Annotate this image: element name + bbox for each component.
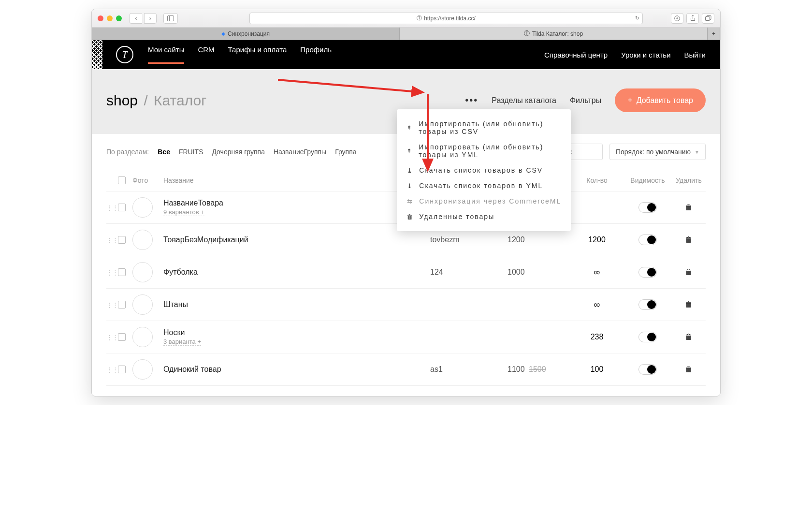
product-thumb[interactable]: [132, 327, 153, 347]
nav-my-sites[interactable]: Мои сайты: [148, 45, 184, 64]
dd-import-csv[interactable]: ⇞Импортировать (или обновить) товары из …: [397, 116, 571, 139]
visibility-toggle[interactable]: [638, 364, 657, 375]
back-button[interactable]: ‹: [130, 13, 142, 24]
more-dropdown: ⇞Импортировать (или обновить) товары из …: [397, 109, 571, 231]
filter-child[interactable]: Дочерняя группа: [212, 148, 264, 156]
select-all-checkbox[interactable]: [118, 176, 126, 184]
traffic-lights: [98, 15, 122, 21]
browser-tab-1[interactable]: Ⓣ Tilda Каталог: shop: [400, 28, 708, 40]
close-window-icon[interactable]: [98, 15, 103, 21]
tabs-button[interactable]: [702, 13, 714, 24]
dd-export-yml[interactable]: ⤓Скачать список товаров в YML: [397, 178, 571, 193]
breadcrumb-area: shop / Каталог ••• ⇞Импортировать (или о…: [92, 69, 720, 134]
dd-deleted[interactable]: 🗑Удаленные товары: [397, 209, 571, 224]
filters-link[interactable]: Фильтры: [570, 96, 601, 105]
filter-group[interactable]: Группа: [335, 148, 356, 156]
reload-icon[interactable]: ↻: [635, 15, 639, 21]
row-checkbox[interactable]: [118, 204, 126, 211]
product-title[interactable]: Одинокий товар: [163, 365, 430, 374]
sort-label: Порядок: по умолчанию: [616, 148, 691, 156]
forward-button[interactable]: ›: [144, 13, 157, 24]
qty: ∞: [570, 300, 624, 310]
product-title[interactable]: ТоварБезМодификаций: [163, 235, 430, 244]
product-thumb[interactable]: [132, 294, 153, 315]
browser-toolbar: ‹ › Ⓣ https://store.tilda.cc/ ↻: [92, 9, 720, 28]
nav-profile[interactable]: Профиль: [300, 45, 332, 64]
visibility-toggle[interactable]: [638, 332, 657, 342]
sort-select[interactable]: Порядок: по умолчанию ▼: [609, 144, 706, 160]
drag-handle[interactable]: ⋮⋮: [106, 204, 118, 211]
dd-import-yml[interactable]: ⇞Импортировать (или обновить) товары из …: [397, 139, 571, 162]
filter-groupname[interactable]: НазваниеГруппы: [274, 148, 326, 156]
product-title[interactable]: Носки: [163, 328, 430, 337]
sync-icon: ⇆: [406, 198, 413, 205]
row-checkbox[interactable]: [118, 366, 126, 373]
row-checkbox[interactable]: [118, 333, 126, 341]
delete-button[interactable]: 🗑: [685, 203, 693, 211]
add-product-button[interactable]: + Добавить товар: [615, 88, 706, 112]
delete-button[interactable]: 🗑: [685, 365, 693, 373]
sku: as1: [430, 365, 508, 374]
drag-handle[interactable]: ⋮⋮: [106, 269, 118, 276]
browser-tab-0[interactable]: ◆ Синхронизация: [92, 28, 400, 40]
add-label: Добавить товар: [637, 96, 693, 105]
nav-lessons[interactable]: Уроки и статьи: [621, 51, 670, 59]
qty: 238: [570, 333, 624, 341]
product-thumb[interactable]: [132, 262, 153, 282]
zigzag-decoration: [92, 40, 102, 69]
more-menu-button[interactable]: ••• ⇞Импортировать (или обновить) товары…: [465, 95, 478, 106]
delete-button[interactable]: 🗑: [685, 300, 693, 308]
price: 1000: [508, 268, 570, 277]
filter-fruits[interactable]: FRUITS: [179, 148, 203, 156]
tilda-logo[interactable]: T: [116, 46, 133, 63]
row-checkbox[interactable]: [118, 236, 126, 244]
nav-logout[interactable]: Выйти: [684, 51, 706, 59]
product-title[interactable]: НазваниеТовара: [163, 199, 430, 207]
nav-help[interactable]: Справочный центр: [544, 51, 608, 59]
product-title[interactable]: Штаны: [163, 300, 430, 309]
filter-all[interactable]: Все: [158, 148, 170, 156]
minimize-window-icon[interactable]: [107, 15, 113, 21]
variants-text[interactable]: 9 вариантов +: [163, 208, 204, 216]
delete-button[interactable]: 🗑: [685, 268, 693, 276]
delete-button[interactable]: 🗑: [685, 333, 693, 341]
dd-export-csv[interactable]: ⤓Скачать список товаров в CSV: [397, 162, 571, 178]
nav-buttons: ‹ ›: [130, 13, 157, 24]
product-title[interactable]: Футболка: [163, 268, 430, 277]
tabs-icon: [705, 15, 711, 21]
upload-icon: ⇞: [406, 124, 413, 132]
trash-icon: 🗑: [406, 213, 413, 220]
row-checkbox[interactable]: [118, 268, 126, 276]
sections-link[interactable]: Разделы каталога: [492, 96, 556, 105]
svg-rect-0: [168, 15, 174, 21]
visibility-toggle[interactable]: [638, 235, 657, 245]
visibility-toggle[interactable]: [638, 299, 657, 310]
visibility-toggle[interactable]: [638, 267, 657, 278]
app-header: T Мои сайты CRM Тарифы и оплата Профиль …: [92, 40, 720, 69]
sidebar-icon: [167, 15, 174, 21]
th-qty: Кол-во: [570, 176, 624, 184]
row-checkbox[interactable]: [118, 301, 126, 308]
maximize-window-icon[interactable]: [116, 15, 122, 21]
delete-button[interactable]: 🗑: [685, 235, 693, 244]
variants-text[interactable]: 3 варианта +: [163, 338, 201, 346]
sidebar-toggle[interactable]: [163, 13, 178, 24]
nav-crm[interactable]: CRM: [198, 45, 214, 64]
share-button[interactable]: [686, 13, 699, 24]
nav-right: Справочный центр Уроки и статьи Выйти: [544, 51, 706, 59]
product-thumb[interactable]: [132, 230, 153, 250]
table-row: ⋮⋮ Футболка 124 1000 ∞ 🗑: [106, 256, 706, 289]
downloads-button[interactable]: [671, 13, 683, 24]
drag-handle[interactable]: ⋮⋮: [106, 236, 118, 244]
drag-handle[interactable]: ⋮⋮: [106, 366, 118, 373]
url-bar[interactable]: Ⓣ https://store.tilda.cc/ ↻: [249, 13, 643, 24]
breadcrumb-root[interactable]: shop: [106, 92, 138, 108]
new-tab-button[interactable]: +: [708, 28, 720, 40]
drag-handle[interactable]: ⋮⋮: [106, 301, 118, 308]
visibility-toggle[interactable]: [638, 202, 657, 213]
product-thumb[interactable]: [132, 197, 153, 218]
nav-tariffs[interactable]: Тарифы и оплата: [228, 45, 287, 64]
product-thumb[interactable]: [132, 359, 153, 380]
drag-handle[interactable]: ⋮⋮: [106, 334, 118, 341]
dd-sync-commerceml[interactable]: ⇆Синхронизация через CommerceML: [397, 193, 571, 209]
